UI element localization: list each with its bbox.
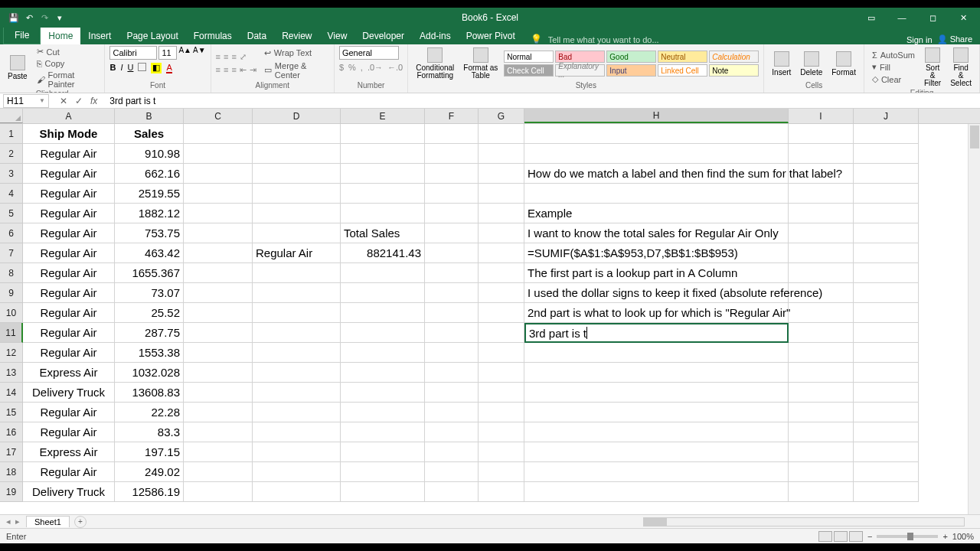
- cell-F19[interactable]: [425, 482, 479, 502]
- style-normal[interactable]: Normal: [504, 51, 554, 63]
- cell-G4[interactable]: [479, 184, 524, 204]
- merge-center-button[interactable]: ▭Merge & Center: [261, 60, 329, 80]
- col-header-A[interactable]: A: [23, 109, 115, 123]
- conditional-formatting-button[interactable]: Conditional Formatting: [413, 46, 457, 81]
- cell-C3[interactable]: [184, 164, 253, 184]
- undo-icon[interactable]: ↶: [23, 11, 35, 24]
- row-header[interactable]: 9: [0, 283, 23, 303]
- row-header[interactable]: 15: [0, 403, 23, 422]
- cell-C17[interactable]: [184, 442, 253, 462]
- col-header-G[interactable]: G: [479, 109, 524, 123]
- cell-H2[interactable]: [524, 144, 789, 164]
- cell-D4[interactable]: [253, 184, 341, 204]
- cell-B18[interactable]: 249.02: [115, 462, 184, 482]
- cell-A6[interactable]: Regular Air: [23, 223, 115, 243]
- sheet-tab[interactable]: Sheet1: [26, 516, 70, 527]
- row-header[interactable]: 6: [0, 223, 23, 243]
- cell-D2[interactable]: [253, 144, 341, 164]
- signin-link[interactable]: Sign in: [906, 35, 933, 44]
- cell-B7[interactable]: 463.42: [115, 243, 184, 263]
- view-pagelayout-button[interactable]: [834, 531, 848, 542]
- row-header[interactable]: 5: [0, 204, 23, 223]
- maximize-button[interactable]: ◻: [922, 10, 943, 25]
- cell-B2[interactable]: 910.98: [115, 144, 184, 164]
- cell-H8[interactable]: The first part is a lookup part in A Col…: [524, 263, 789, 283]
- cell-A13[interactable]: Express Air: [23, 363, 115, 383]
- cell-G5[interactable]: [479, 204, 524, 223]
- cancel-formula-icon[interactable]: ✕: [60, 96, 67, 106]
- cell-C12[interactable]: [184, 343, 253, 363]
- cell-E17[interactable]: [341, 442, 425, 462]
- cell-F2[interactable]: [425, 144, 479, 164]
- cell-C13[interactable]: [184, 363, 253, 383]
- cell-G2[interactable]: [479, 144, 524, 164]
- cell-J18[interactable]: [854, 462, 919, 482]
- cell-C2[interactable]: [184, 144, 253, 164]
- cell-A3[interactable]: Regular Air: [23, 164, 115, 184]
- row-header[interactable]: 13: [0, 363, 23, 383]
- cell-F13[interactable]: [425, 363, 479, 383]
- cell-F7[interactable]: [425, 243, 479, 263]
- cell-C15[interactable]: [184, 403, 253, 422]
- cell-C9[interactable]: [184, 283, 253, 303]
- cell-C11[interactable]: [184, 323, 253, 343]
- cell-E3[interactable]: [341, 164, 425, 184]
- cell-F11[interactable]: [425, 323, 479, 343]
- tab-home[interactable]: Home: [41, 28, 80, 44]
- cell-D12[interactable]: [253, 343, 341, 363]
- cell-D11[interactable]: [253, 323, 341, 343]
- copy-button[interactable]: ⎘Copy: [34, 58, 100, 69]
- cell-C1[interactable]: [184, 124, 253, 144]
- cell-A1[interactable]: Ship Mode: [23, 124, 115, 144]
- cell-J17[interactable]: [854, 442, 919, 462]
- cell-F14[interactable]: [425, 383, 479, 403]
- cell-E12[interactable]: [341, 343, 425, 363]
- cell-I2[interactable]: [789, 144, 854, 164]
- cell-C4[interactable]: [184, 184, 253, 204]
- cell-J8[interactable]: [854, 263, 919, 283]
- cell-J2[interactable]: [854, 144, 919, 164]
- cell-C7[interactable]: [184, 243, 253, 263]
- fx-icon[interactable]: fx: [90, 96, 97, 106]
- paste-button[interactable]: Paste: [5, 54, 31, 82]
- cell-H19[interactable]: [524, 482, 789, 502]
- increase-decimal-icon[interactable]: .0→: [368, 63, 383, 72]
- chevron-down-icon[interactable]: ▼: [39, 97, 45, 104]
- cell-B11[interactable]: 287.75: [115, 323, 184, 343]
- select-all-corner[interactable]: [0, 109, 23, 123]
- cell-A15[interactable]: Regular Air: [23, 403, 115, 422]
- tab-developer[interactable]: Developer: [354, 28, 412, 44]
- cell-C8[interactable]: [184, 263, 253, 283]
- cell-H15[interactable]: [524, 403, 789, 422]
- number-format-combo[interactable]: General: [339, 46, 399, 60]
- cell-E13[interactable]: [341, 363, 425, 383]
- tab-formulas[interactable]: Formulas: [186, 28, 240, 44]
- cell-G13[interactable]: [479, 363, 524, 383]
- col-header-E[interactable]: E: [341, 109, 425, 123]
- fill-color-button[interactable]: ◧: [151, 63, 162, 73]
- hscroll-thumb[interactable]: [644, 518, 667, 526]
- cell-D3[interactable]: [253, 164, 341, 184]
- comma-icon[interactable]: ,: [361, 63, 363, 72]
- format-cells-button[interactable]: Format: [828, 50, 859, 78]
- view-pagebreak-button[interactable]: [849, 531, 863, 542]
- cell-F5[interactable]: [425, 204, 479, 223]
- font-color-button[interactable]: A: [166, 63, 172, 73]
- cell-E14[interactable]: [341, 383, 425, 403]
- format-painter-button[interactable]: 🖌Format Painter: [34, 70, 100, 90]
- align-right-icon[interactable]: ≡: [231, 65, 236, 75]
- cell-E16[interactable]: [341, 422, 425, 442]
- cell-J6[interactable]: [854, 223, 919, 243]
- style-note[interactable]: Note: [709, 64, 759, 77]
- style-explanatory[interactable]: Explanatory ...: [555, 64, 605, 77]
- cell-H4[interactable]: [524, 184, 789, 204]
- tab-review[interactable]: Review: [274, 28, 319, 44]
- increase-font-icon[interactable]: A▲: [178, 46, 191, 60]
- cell-B1[interactable]: Sales: [115, 124, 184, 144]
- cell-H6[interactable]: I want to know the total sales for Regul…: [524, 223, 789, 243]
- tell-me-input[interactable]: Tell me what you want to do...: [542, 35, 659, 44]
- cell-H17[interactable]: [524, 442, 789, 462]
- cell-F3[interactable]: [425, 164, 479, 184]
- cell-H3[interactable]: How do we match a label and then find th…: [524, 164, 789, 184]
- cell-B6[interactable]: 753.75: [115, 223, 184, 243]
